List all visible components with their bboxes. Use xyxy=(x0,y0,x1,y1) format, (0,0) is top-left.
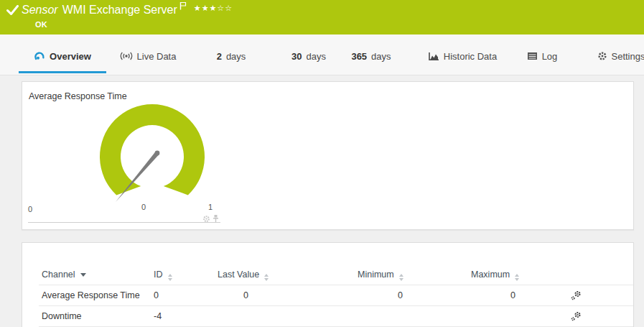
channel-table-panel: Channel ID Last Value Minimum Maximum Av… xyxy=(22,242,634,327)
status-badge: OK xyxy=(35,20,47,29)
table-row: Average Response Time 0 0 0 0 xyxy=(39,285,633,306)
tab-log[interactable]: Log xyxy=(523,34,561,75)
gauge-title: Average Response Time xyxy=(29,91,127,101)
tab-number: 365 xyxy=(351,51,367,62)
status-ok-check-icon xyxy=(6,5,19,19)
gauge-icon xyxy=(34,51,45,61)
table-row: Downtime -4 xyxy=(39,306,633,327)
gauge-settings-gear-icon[interactable] xyxy=(202,213,210,226)
tab-label: Log xyxy=(542,51,558,62)
priority-flag-icon[interactable] xyxy=(179,0,187,13)
table-header-row: Channel ID Last Value Minimum Maximum xyxy=(39,264,633,285)
stars-filled: ★★★ xyxy=(194,4,218,12)
gauge-axis-zero: 0 xyxy=(28,205,32,213)
channel-name[interactable]: Downtime xyxy=(42,306,82,326)
sort-desc-icon xyxy=(80,273,86,277)
tab-30-days[interactable]: 30 days xyxy=(286,34,332,75)
channel-last-value: 0 xyxy=(198,285,248,305)
tab-live-data[interactable]: Live Data xyxy=(115,34,181,75)
live-data-icon xyxy=(120,52,133,60)
sort-toggle-icon xyxy=(399,274,403,281)
tab-label: Overview xyxy=(50,51,91,62)
gauge-scale-min: 0 xyxy=(138,203,149,211)
sort-toggle-icon xyxy=(515,274,519,281)
page-title: WMI Exchange Server xyxy=(62,4,177,16)
pin-icon[interactable] xyxy=(213,213,219,226)
column-header-minimum[interactable]: Minimum xyxy=(358,264,403,285)
tab-settings[interactable]: Settings xyxy=(590,34,644,75)
historic-chart-icon xyxy=(428,52,439,61)
column-header-last-value[interactable]: Last Value xyxy=(218,264,269,285)
column-header-maximum[interactable]: Maximum xyxy=(471,264,519,285)
channel-settings-gears-icon[interactable] xyxy=(570,311,582,324)
stars-empty: ☆☆ xyxy=(217,4,233,12)
gauge-baseline xyxy=(28,222,220,223)
tab-label: days xyxy=(307,51,326,62)
tab-overview[interactable]: Overview xyxy=(19,34,106,75)
channel-id: -4 xyxy=(154,306,162,326)
log-list-icon xyxy=(527,52,538,60)
channel-name[interactable]: Average Response Time xyxy=(42,285,140,305)
sensor-kind-label: Sensor xyxy=(22,4,58,16)
tab-label: Historic Data xyxy=(444,51,497,62)
tab-365-days[interactable]: 365 days xyxy=(347,34,395,75)
gauge-scale-max: 1 xyxy=(205,203,216,211)
gauge-panel: Average Response Time 0 1 0 xyxy=(22,81,634,230)
tab-number: 2 xyxy=(217,51,222,62)
channel-settings-gears-icon[interactable] xyxy=(570,290,582,303)
tab-bar: Overview Live Data 2 days 30 days 365 da… xyxy=(0,34,644,75)
response-time-gauge xyxy=(98,101,213,209)
tab-label: Settings xyxy=(612,51,644,62)
channel-id: 0 xyxy=(154,285,159,305)
sort-toggle-icon xyxy=(168,274,172,281)
column-header-id[interactable]: ID xyxy=(154,264,172,285)
channel-maximum: 0 xyxy=(465,285,515,305)
tab-label: days xyxy=(226,51,246,62)
tab-number: 30 xyxy=(291,51,302,62)
tab-label: Live Data xyxy=(137,51,177,62)
gear-icon xyxy=(597,51,607,61)
priority-stars[interactable]: ★★★☆☆ xyxy=(194,4,233,12)
tab-label: days xyxy=(371,51,391,62)
column-header-channel[interactable]: Channel xyxy=(42,264,86,285)
tab-historic-data[interactable]: Historic Data xyxy=(425,34,500,75)
tab-2-days[interactable]: 2 days xyxy=(210,34,252,75)
channel-minimum: 0 xyxy=(353,285,403,305)
sensor-header: SensorWMI Exchange Server ★★★☆☆ OK xyxy=(0,0,644,34)
sort-toggle-icon xyxy=(264,274,269,281)
